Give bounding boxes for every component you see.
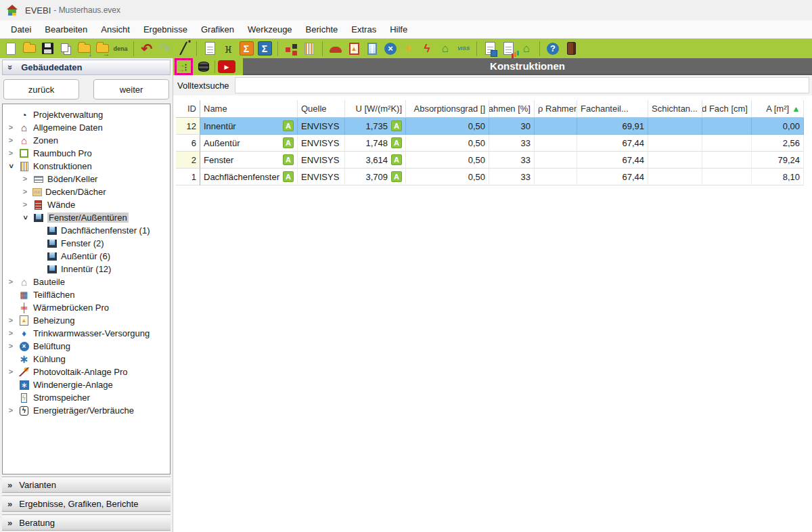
fulltext-search-input[interactable] bbox=[235, 77, 809, 93]
table-cell-fachanteil[interactable]: 67,44 bbox=[577, 152, 648, 169]
tree-item-stromspeicher[interactable]: Stromspeicher bbox=[3, 391, 170, 404]
sum-blue-icon[interactable]: Σ bbox=[256, 41, 273, 57]
tree-item-projektverwaltung[interactable]: Projektverwaltung bbox=[3, 108, 170, 121]
table-cell-rho-rahmen[interactable] bbox=[535, 152, 577, 169]
expander-icon[interactable]: > bbox=[7, 407, 15, 414]
construction-layers-icon[interactable] bbox=[301, 41, 317, 57]
tree-item-bauteile[interactable]: >Bauteile bbox=[3, 275, 170, 288]
window-icon[interactable] bbox=[364, 41, 380, 57]
database-icon[interactable] bbox=[196, 59, 212, 75]
table-cell-area[interactable]: 2,56 bbox=[752, 135, 804, 152]
tree-item-boeden-keller[interactable]: >Böden/Keller bbox=[3, 173, 170, 185]
menu-werkzeuge[interactable]: Werkzeuge bbox=[241, 22, 299, 37]
table-cell-u-value[interactable]: 3,709A bbox=[345, 169, 406, 185]
expander-icon[interactable]: > bbox=[7, 368, 15, 376]
column-header-absorptionsgrad[interactable]: Absorptionsgrad [] bbox=[406, 100, 489, 118]
expander-icon[interactable]: > bbox=[7, 137, 15, 144]
tree-item-beheizung[interactable]: >Beheizung bbox=[3, 314, 170, 327]
import-folder-icon[interactable]: ↓ bbox=[76, 41, 92, 57]
expander-icon[interactable]: > bbox=[7, 278, 15, 286]
dena-logo-icon[interactable]: dena bbox=[112, 41, 129, 57]
tree-item-teilflaechen[interactable]: Teilflächen bbox=[3, 288, 170, 301]
menu-ansicht[interactable]: Ansicht bbox=[94, 22, 137, 37]
transfer-data-icon[interactable]: →→ bbox=[178, 62, 189, 72]
open-folder-icon[interactable] bbox=[21, 41, 37, 57]
table-cell-area[interactable]: 79,24 bbox=[752, 152, 804, 169]
accordion-varianten[interactable]: »Varianten bbox=[2, 476, 171, 493]
magic-wand-icon[interactable]: ╱ bbox=[175, 41, 191, 57]
table-cell-name[interactable]: InnentürA bbox=[200, 118, 298, 135]
table-cell-schichtanzahl[interactable] bbox=[648, 169, 702, 185]
energy-house-icon[interactable]: ⌂ bbox=[518, 41, 535, 57]
expander-icon[interactable]: > bbox=[7, 317, 15, 324]
tree-item-dachflaechenfenster[interactable]: Dachflächenfenster (1) bbox=[3, 224, 170, 237]
column-header-u-value[interactable]: U [W/(m²K)] bbox=[345, 100, 406, 118]
save-icon[interactable] bbox=[39, 41, 55, 57]
lightning-icon[interactable]: ϟ bbox=[419, 41, 435, 57]
expander-icon[interactable]: > bbox=[7, 124, 15, 131]
table-cell-rahmen[interactable]: 33 bbox=[489, 152, 535, 169]
column-header-fachanteil[interactable]: Fachanteil... bbox=[577, 100, 648, 118]
expander-icon[interactable]: > bbox=[7, 150, 15, 157]
table-cell-d-fach[interactable] bbox=[702, 118, 752, 135]
tree-item-allgemeine-daten[interactable]: >Allgemeine Daten bbox=[3, 121, 170, 134]
tree-item-konstruktionen[interactable]: >Konstruktionen bbox=[3, 160, 170, 173]
table-cell-fachanteil[interactable]: 67,44 bbox=[577, 135, 648, 152]
tree-item-fenster-aussentueren[interactable]: >Fenster/Außentüren bbox=[3, 211, 170, 224]
tree-item-aussentuer[interactable]: Außentür (6) bbox=[3, 250, 170, 263]
column-header-d-fach[interactable]: d Fach [cm] bbox=[702, 100, 752, 118]
tree-item-trinkwarmwasser[interactable]: >Trinkwarmwasser-Versorgung bbox=[3, 327, 170, 340]
table-cell-id[interactable]: 12 bbox=[176, 118, 200, 135]
table-cell-d-fach[interactable] bbox=[702, 152, 752, 169]
column-header-rahmen[interactable]: Rahmen [%] bbox=[489, 100, 535, 118]
sidebar-header[interactable]: » Gebäudedaten bbox=[2, 60, 171, 75]
table-cell-rahmen[interactable]: 33 bbox=[489, 135, 535, 152]
table-cell-area[interactable]: 0,00 bbox=[752, 118, 804, 135]
table-cell-u-value[interactable]: 3,614A bbox=[345, 152, 406, 169]
tree-item-innentuer[interactable]: Innentür (12) bbox=[3, 263, 170, 275]
back-button[interactable]: zurück bbox=[3, 79, 79, 99]
table-cell-name[interactable]: FensterA bbox=[200, 152, 298, 169]
menu-hilfe[interactable]: Hilfe bbox=[383, 22, 414, 37]
sun-icon[interactable]: ☀ bbox=[401, 41, 417, 57]
menu-ergebnisse[interactable]: Ergebnisse bbox=[137, 22, 194, 37]
undo-icon[interactable]: ↶ bbox=[139, 41, 155, 57]
new-file-icon[interactable] bbox=[3, 41, 19, 57]
table-cell-rho-rahmen[interactable] bbox=[535, 135, 577, 152]
menu-datei[interactable]: Datei bbox=[4, 22, 38, 37]
table-cell-u-value[interactable]: 1,748A bbox=[345, 135, 406, 152]
table-cell-schichtanzahl[interactable] bbox=[648, 118, 702, 135]
help-icon[interactable]: ? bbox=[545, 41, 561, 57]
report-document-icon[interactable] bbox=[202, 41, 218, 57]
tree-item-windenergie[interactable]: Windenergie-Anlage bbox=[3, 378, 170, 391]
tree-item-kuehlung[interactable]: Kühlung bbox=[3, 353, 170, 365]
table-cell-schichtanzahl[interactable] bbox=[648, 135, 702, 152]
tree-item-belueftung[interactable]: >Belüftung bbox=[3, 340, 170, 353]
merge-data-icon[interactable]: ]-[ bbox=[220, 41, 236, 57]
tree-item-fenster[interactable]: Fenster (2) bbox=[3, 237, 170, 250]
table-cell-u-value[interactable]: 1,735A bbox=[345, 118, 406, 135]
export-folder-icon[interactable]: → bbox=[94, 41, 110, 57]
menu-bearbeiten[interactable]: Bearbeiten bbox=[38, 22, 94, 37]
roof-icon[interactable] bbox=[328, 41, 344, 57]
table-cell-area[interactable]: 8,10 bbox=[752, 169, 804, 185]
tree-item-zonen[interactable]: >Zonen bbox=[3, 134, 170, 147]
redo-icon[interactable]: ↷ bbox=[157, 41, 173, 57]
table-cell-id[interactable]: 1 bbox=[176, 169, 200, 185]
sum-orange-icon[interactable]: Σ bbox=[238, 41, 254, 57]
accordion-beratung[interactable]: »Beratung bbox=[2, 514, 171, 531]
column-header-name[interactable]: Name bbox=[200, 100, 298, 118]
menu-berichte[interactable]: Berichte bbox=[299, 22, 345, 37]
copy-icon[interactable] bbox=[58, 41, 74, 57]
expander-icon[interactable]: > bbox=[7, 330, 15, 337]
expander-icon[interactable]: > bbox=[21, 188, 29, 196]
column-header-quelle[interactable]: Quelle bbox=[298, 100, 345, 118]
report-chart-icon[interactable] bbox=[500, 41, 516, 57]
tree-item-raumbuch-pro[interactable]: >Raumbuch Pro bbox=[3, 147, 170, 160]
tree-item-decken-daecher[interactable]: >Decken/Dächer bbox=[3, 185, 170, 198]
tree-item-waende[interactable]: >Wände bbox=[3, 198, 170, 211]
table-cell-fachanteil[interactable]: 67,44 bbox=[577, 169, 648, 185]
table-cell-quelle[interactable]: ENVISYS bbox=[298, 152, 345, 169]
next-button[interactable]: weiter bbox=[93, 79, 169, 99]
table-cell-absorption[interactable]: 0,50 bbox=[406, 169, 489, 185]
